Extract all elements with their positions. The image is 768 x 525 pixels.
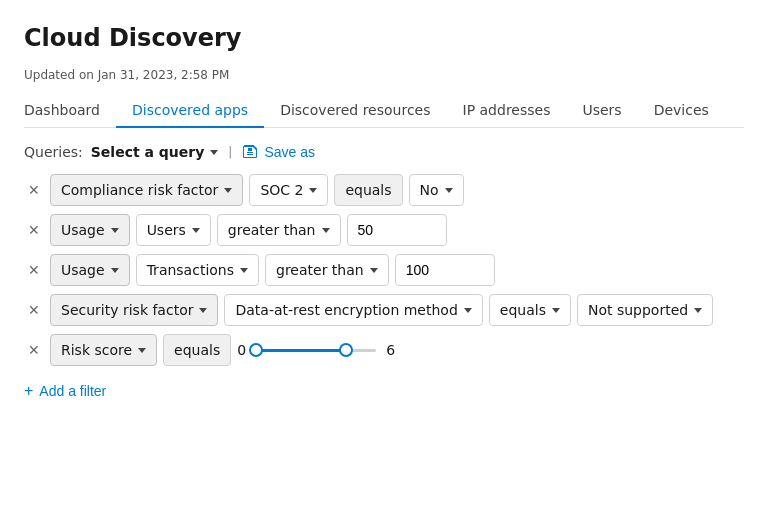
chevron-down-icon bbox=[192, 228, 200, 233]
chevron-down-icon bbox=[552, 308, 560, 313]
chevron-down-icon bbox=[138, 348, 146, 353]
filter-4-field-dropdown[interactable]: Security risk factor bbox=[50, 294, 218, 326]
filter-row-2: ✕ Usage Users greater than bbox=[24, 214, 744, 246]
filter-4-subfield-dropdown[interactable]: Data-at-rest encryption method bbox=[224, 294, 482, 326]
filter-4-subfield-label: Data-at-rest encryption method bbox=[235, 302, 457, 318]
filter-2-field-dropdown[interactable]: Usage bbox=[50, 214, 130, 246]
select-query-dropdown[interactable]: Select a query bbox=[91, 144, 219, 160]
filter-2-operator-label: greater than bbox=[228, 222, 316, 238]
close-icon: ✕ bbox=[28, 342, 40, 358]
remove-filter-4-button[interactable]: ✕ bbox=[24, 300, 44, 320]
separator: | bbox=[228, 145, 232, 159]
save-as-button[interactable]: Save as bbox=[242, 144, 315, 160]
filter-2-field-label: Usage bbox=[61, 222, 105, 238]
tab-devices[interactable]: Devices bbox=[638, 94, 725, 128]
chevron-down-icon bbox=[464, 308, 472, 313]
tab-dashboard[interactable]: Dashboard bbox=[24, 94, 116, 128]
chevron-down-icon bbox=[210, 150, 218, 155]
chevron-down-icon bbox=[309, 188, 317, 193]
filter-5-operator-label: equals bbox=[174, 342, 220, 358]
filter-3-subfield-dropdown[interactable]: Transactions bbox=[136, 254, 259, 286]
plus-icon: + bbox=[24, 382, 33, 400]
risk-score-slider-container: 0 6 bbox=[237, 340, 395, 360]
filter-1-field-label: Compliance risk factor bbox=[61, 182, 218, 198]
filter-1-operator-label: equals bbox=[345, 182, 391, 198]
chevron-down-icon bbox=[199, 308, 207, 313]
filter-4-operator-label: equals bbox=[500, 302, 546, 318]
chevron-down-icon bbox=[111, 228, 119, 233]
filter-3-field-dropdown[interactable]: Usage bbox=[50, 254, 130, 286]
tab-discovered-resources[interactable]: Discovered resources bbox=[264, 94, 446, 128]
close-icon: ✕ bbox=[28, 262, 40, 278]
slider-track bbox=[256, 349, 376, 352]
filter-row-5: ✕ Risk score equals 0 6 bbox=[24, 334, 744, 366]
filter-3-operator-dropdown[interactable]: greater than bbox=[265, 254, 389, 286]
tab-users[interactable]: Users bbox=[566, 94, 637, 128]
filter-5-field-label: Risk score bbox=[61, 342, 132, 358]
filter-5-operator-dropdown[interactable]: equals bbox=[163, 334, 231, 366]
filter-3-operator-label: greater than bbox=[276, 262, 364, 278]
tab-bar: Dashboard Discovered apps Discovered res… bbox=[24, 94, 744, 128]
filter-row-3: ✕ Usage Transactions greater than bbox=[24, 254, 744, 286]
filter-4-field-label: Security risk factor bbox=[61, 302, 193, 318]
filter-1-value-dropdown[interactable]: No bbox=[409, 174, 464, 206]
filter-2-subfield-dropdown[interactable]: Users bbox=[136, 214, 211, 246]
close-icon: ✕ bbox=[28, 302, 40, 318]
chevron-down-icon bbox=[370, 268, 378, 273]
page-title: Cloud Discovery bbox=[24, 24, 744, 52]
filter-4-value-dropdown[interactable]: Not supported bbox=[577, 294, 713, 326]
filter-3-value-input[interactable] bbox=[395, 254, 495, 286]
close-icon: ✕ bbox=[28, 222, 40, 238]
chevron-down-icon bbox=[322, 228, 330, 233]
updated-timestamp: Updated on Jan 31, 2023, 2:58 PM bbox=[24, 68, 744, 82]
tab-discovered-apps[interactable]: Discovered apps bbox=[116, 94, 264, 128]
filter-4-operator-dropdown[interactable]: equals bbox=[489, 294, 571, 326]
filter-4-value-label: Not supported bbox=[588, 302, 688, 318]
filter-2-operator-dropdown[interactable]: greater than bbox=[217, 214, 341, 246]
slider-thumb-right[interactable] bbox=[339, 343, 353, 357]
queries-label: Queries: bbox=[24, 144, 83, 160]
filter-3-subfield-label: Transactions bbox=[147, 262, 234, 278]
close-icon: ✕ bbox=[28, 182, 40, 198]
remove-filter-2-button[interactable]: ✕ bbox=[24, 220, 44, 240]
chevron-down-icon bbox=[694, 308, 702, 313]
chevron-down-icon bbox=[224, 188, 232, 193]
filter-1-field-dropdown[interactable]: Compliance risk factor bbox=[50, 174, 243, 206]
remove-filter-3-button[interactable]: ✕ bbox=[24, 260, 44, 280]
risk-score-slider[interactable] bbox=[256, 340, 376, 360]
slider-thumb-left[interactable] bbox=[249, 343, 263, 357]
chevron-down-icon bbox=[240, 268, 248, 273]
slider-min-label: 0 bbox=[237, 342, 246, 358]
remove-filter-1-button[interactable]: ✕ bbox=[24, 180, 44, 200]
remove-filter-5-button[interactable]: ✕ bbox=[24, 340, 44, 360]
filter-1-value-label: No bbox=[420, 182, 439, 198]
filter-2-subfield-label: Users bbox=[147, 222, 186, 238]
filter-1-subfield-dropdown[interactable]: SOC 2 bbox=[249, 174, 328, 206]
slider-max-label: 6 bbox=[386, 342, 395, 358]
filter-row-1: ✕ Compliance risk factor SOC 2 equals No bbox=[24, 174, 744, 206]
add-filter-label: Add a filter bbox=[39, 383, 106, 399]
filter-3-field-label: Usage bbox=[61, 262, 105, 278]
slider-fill bbox=[256, 349, 346, 352]
chevron-down-icon bbox=[111, 268, 119, 273]
filter-row-4: ✕ Security risk factor Data-at-rest encr… bbox=[24, 294, 744, 326]
save-icon bbox=[242, 144, 258, 160]
filter-5-field-dropdown[interactable]: Risk score bbox=[50, 334, 157, 366]
save-as-label: Save as bbox=[264, 144, 315, 160]
add-filter-button[interactable]: + Add a filter bbox=[24, 374, 106, 400]
filter-2-value-input[interactable] bbox=[347, 214, 447, 246]
query-bar: Queries: Select a query | Save as bbox=[24, 144, 744, 160]
filter-1-subfield-label: SOC 2 bbox=[260, 182, 303, 198]
tab-ip-addresses[interactable]: IP addresses bbox=[447, 94, 567, 128]
chevron-down-icon bbox=[445, 188, 453, 193]
filter-1-operator-dropdown[interactable]: equals bbox=[334, 174, 402, 206]
